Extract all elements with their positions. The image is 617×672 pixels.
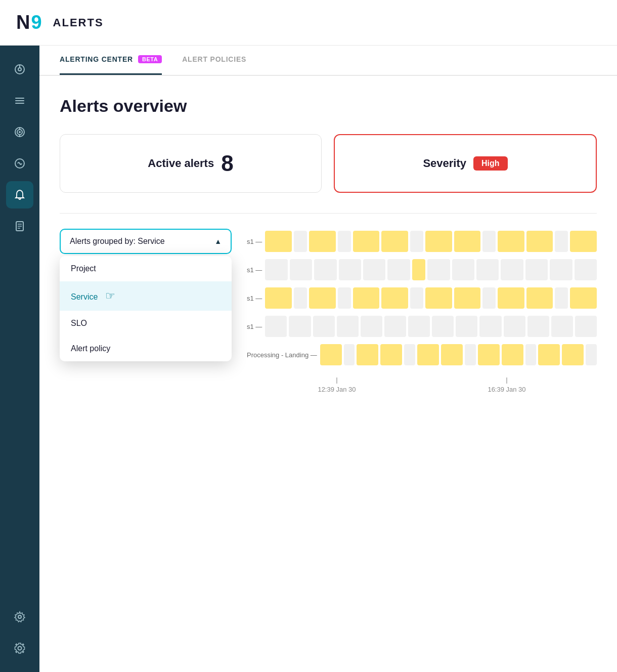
svg-point-16 — [18, 615, 21, 618]
chart-timeline: 12:39 Jan 30 16:39 Jan 30 — [247, 377, 597, 393]
chart-cell — [265, 231, 291, 252]
chart-cell — [456, 316, 477, 337]
reports-icon — [14, 220, 26, 232]
severity-badge: High — [473, 156, 508, 171]
chart-cell — [498, 231, 524, 252]
chart-cell — [555, 287, 568, 309]
chart-row-1: s1 — — [247, 229, 597, 254]
chart-row-4: s1 — — [247, 314, 597, 339]
chart-cell — [476, 259, 499, 280]
chart-label-4: s1 — — [247, 323, 262, 330]
sidebar-item-reports[interactable] — [6, 213, 33, 240]
dropdown-label: Alerts grouped by: Service — [70, 237, 165, 246]
chart-cell — [570, 231, 596, 252]
dropdown-item-project[interactable]: Project — [60, 256, 232, 281]
dropdown-item-service[interactable]: Service ☞ — [60, 281, 232, 311]
top-header: N9 ALERTS — [0, 0, 617, 46]
chart-cell — [338, 231, 351, 252]
chart-cell — [408, 316, 430, 337]
chart-cell — [265, 316, 287, 337]
chart-cell — [309, 287, 335, 309]
sidebar-item-dashboard[interactable] — [6, 56, 33, 83]
svg-point-1 — [18, 68, 21, 71]
chart-cell — [525, 259, 548, 280]
chart-cell — [504, 316, 525, 337]
chart-cell — [498, 287, 524, 309]
chart-cell — [575, 316, 597, 337]
chart-area: s1 — — [247, 229, 597, 393]
chart-cell — [526, 287, 553, 309]
chart-cell — [338, 287, 351, 309]
app-title: ALERTS — [53, 16, 104, 29]
sidebar-item-analytics[interactable] — [6, 150, 33, 177]
chart-label-1: s1 — — [247, 238, 262, 245]
chart-cell — [575, 259, 597, 280]
chart-cell — [454, 287, 480, 309]
active-alerts-value: 8 — [221, 151, 233, 176]
dropdown-item-alert-policy[interactable]: Alert policy — [60, 336, 232, 361]
chart-cell — [387, 259, 410, 280]
chart-cell — [452, 259, 474, 280]
sidebar-item-settings1[interactable] — [6, 603, 33, 631]
chart-cell — [381, 287, 408, 309]
chart-cell — [454, 231, 480, 252]
dropdown-trigger[interactable]: Alerts grouped by: Service ▲ — [60, 229, 232, 254]
chart-cell — [570, 287, 596, 309]
chart-cell — [381, 231, 408, 252]
timeline-label-1: 12:39 Jan 30 — [318, 386, 356, 393]
chart-cells-2 — [265, 259, 597, 280]
chart-cell — [479, 316, 501, 337]
sidebar-item-alerts[interactable] — [6, 181, 33, 208]
chart-cell — [555, 231, 568, 252]
chart-cell — [404, 344, 415, 365]
chart-cell — [427, 259, 450, 280]
chart-cell — [412, 259, 426, 280]
chart-cell — [527, 316, 549, 337]
chart-cell — [353, 287, 379, 309]
chart-cell — [502, 344, 523, 365]
timeline-marker-2: 16:39 Jan 30 — [488, 377, 525, 393]
sidebar-item-target[interactable] — [6, 118, 33, 146]
dropdown-item-slo[interactable]: SLO — [60, 311, 232, 336]
sidebar-item-settings2[interactable] — [6, 635, 33, 662]
settings-cog-icon — [14, 611, 26, 623]
dropdown-menu: Project Service ☞ SLO Alert policy — [60, 256, 232, 361]
chart-cell — [294, 231, 307, 252]
timeline-label-2: 16:39 Jan 30 — [488, 386, 525, 393]
chart-cell — [538, 344, 560, 365]
tab-alerting-center[interactable]: ALERTING CENTER Beta — [60, 46, 162, 75]
severity-card: Severity High — [334, 134, 597, 193]
dashboard-icon — [14, 63, 26, 75]
chart-cell — [501, 259, 523, 280]
grouped-by-dropdown[interactable]: Alerts grouped by: Service ▲ Project Ser… — [60, 229, 232, 254]
timeline-tick-2 — [506, 377, 507, 384]
chart-cell — [353, 231, 379, 252]
chart-cells-5 — [320, 344, 597, 365]
chart-cell — [482, 231, 496, 252]
chart-label-3: s1 — — [247, 295, 262, 302]
chart-cell — [294, 287, 307, 309]
chart-cell — [441, 344, 463, 365]
target-icon — [14, 126, 26, 138]
chart-cell — [425, 287, 452, 309]
chevron-up-icon: ▲ — [214, 237, 222, 245]
chart-cells-3 — [265, 287, 597, 309]
timeline-tick-1 — [336, 377, 337, 384]
active-alerts-card: Active alerts 8 — [60, 134, 322, 193]
chart-cell — [314, 259, 336, 280]
chart-cell — [562, 344, 584, 365]
chart-cell — [482, 287, 496, 309]
chart-cell — [309, 231, 335, 252]
chart-cell — [425, 231, 452, 252]
gear-icon — [14, 642, 26, 654]
active-alerts-label: Active alerts — [148, 157, 214, 170]
chart-cell — [265, 287, 291, 309]
chart-label-5: Processing - Landing — — [247, 351, 317, 359]
tab-alert-policies[interactable]: ALERT POLICIES — [182, 46, 246, 75]
sidebar-item-list[interactable] — [6, 87, 33, 114]
logo-n: N — [16, 12, 29, 33]
analytics-icon — [14, 157, 26, 170]
chart-cell — [289, 316, 311, 337]
logo: N9 — [16, 12, 41, 33]
chart-cell — [410, 287, 423, 309]
